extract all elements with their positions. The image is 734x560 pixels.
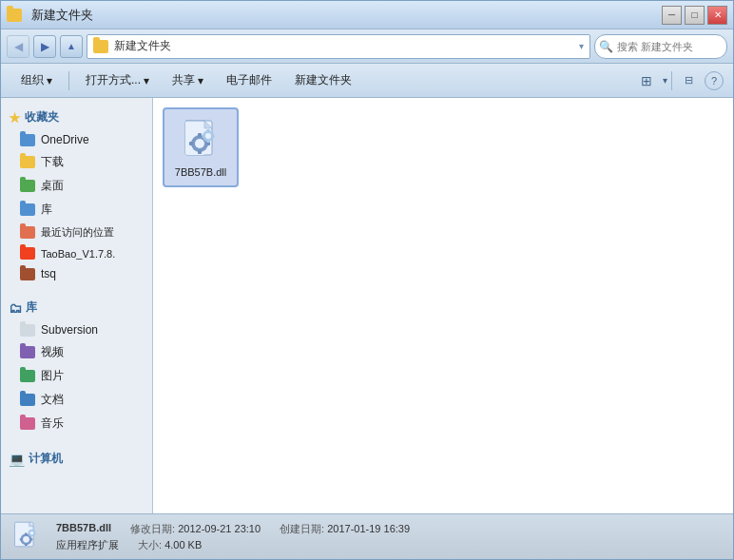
open-arrow: ▾ (144, 74, 149, 87)
svg-rect-12 (207, 129, 210, 132)
doc-icon (20, 394, 35, 406)
recent-icon (20, 226, 35, 239)
minimize-button[interactable]: ─ (662, 6, 682, 25)
help-button[interactable]: ? (705, 71, 724, 90)
taobao-label: TaoBao_V1.7.8. (41, 248, 115, 260)
sidebar-item-recent[interactable]: 最近访问的位置 (1, 222, 152, 243)
svg-rect-15 (212, 135, 215, 138)
dll-file-icon (178, 117, 223, 163)
picture-label: 图片 (41, 368, 64, 384)
library-section-icon: 🗂 (9, 300, 22, 316)
favorites-section: ★ 收藏夹 OneDrive 下载 桌面 库 (1, 106, 152, 284)
sidebar-gap (1, 288, 152, 296)
svg-rect-7 (198, 150, 202, 154)
library-header[interactable]: 🗂 库 (1, 296, 152, 319)
sidebar-item-download[interactable]: 下载 (1, 150, 152, 174)
search-input[interactable] (617, 41, 723, 52)
view-toggle-button[interactable]: ⊞ (634, 68, 659, 93)
sidebar: ★ 收藏夹 OneDrive 下载 桌面 库 (1, 98, 153, 513)
sidebar-gap2 (1, 439, 152, 447)
status-size-value: 4.00 KB (164, 539, 202, 550)
preview-pane-button[interactable]: ⊟ (676, 68, 701, 93)
sidebar-item-doc[interactable]: 文档 (1, 388, 152, 412)
favorites-header[interactable]: ★ 收藏夹 (1, 106, 152, 129)
svg-point-19 (23, 535, 29, 542)
dll-gear-svg (178, 117, 223, 163)
address-path[interactable]: 新建文件夹 ▾ (87, 34, 590, 59)
status-created-label: 创建日期: (280, 523, 324, 534)
sidebar-item-taobao[interactable]: TaoBao_V1.7.8. (1, 243, 152, 263)
close-button[interactable]: ✕ (707, 6, 727, 25)
sidebar-item-tsq[interactable]: tsq (1, 263, 152, 284)
music-icon (20, 417, 35, 430)
onedrive-icon (20, 134, 35, 146)
sidebar-item-onedrive[interactable]: OneDrive (1, 129, 152, 150)
open-label: 打开方式... (86, 72, 141, 88)
video-label: 视频 (41, 344, 64, 360)
computer-icon: 💻 (9, 452, 25, 467)
search-icon: 🔍 (599, 40, 613, 53)
email-label: 电子邮件 (226, 72, 272, 88)
share-label: 共享 (172, 72, 195, 88)
status-info: 7BB57B.dll 修改日期: 2012-09-21 23:10 创建日期: … (56, 522, 410, 552)
sidebar-item-desktop[interactable]: 桌面 (1, 174, 152, 198)
back-button[interactable]: ◀ (7, 35, 29, 58)
share-button[interactable]: 共享 ▾ (162, 68, 214, 94)
svg-point-25 (30, 531, 34, 534)
tsq-label: tsq (41, 267, 56, 280)
organize-button[interactable]: 组织 ▾ (10, 68, 63, 94)
addressbar: ◀ ▶ ▲ 新建文件夹 ▾ 🔍 (1, 29, 733, 64)
titlebar-folder-icon (7, 9, 22, 22)
status-row-1: 7BB57B.dll 修改日期: 2012-09-21 23:10 创建日期: … (56, 522, 410, 536)
newfolder-label: 新建文件夹 (295, 72, 352, 88)
computer-section: 💻 计算机 (1, 447, 152, 471)
status-modified-value: 2012-09-21 23:10 (178, 523, 261, 534)
search-box[interactable]: 🔍 (594, 34, 727, 59)
status-file-icon (10, 520, 45, 554)
content-area[interactable]: 7BB57B.dll (153, 98, 733, 513)
status-row-2: 应用程序扩展 大小: 4.00 KB (56, 538, 410, 552)
toolbar: 组织 ▾ 打开方式... ▾ 共享 ▾ 电子邮件 新建文件夹 ⊞ ▾ ⊟ ? (1, 64, 733, 98)
subversion-icon (20, 324, 35, 337)
toolbar-right: ⊞ ▾ ⊟ ? (634, 68, 724, 93)
desktop-icon (20, 180, 35, 192)
desktop-label: 桌面 (41, 178, 64, 194)
sidebar-item-music[interactable]: 音乐 (1, 412, 152, 435)
svg-point-5 (195, 139, 204, 148)
status-filename: 7BB57B.dll (56, 522, 111, 536)
open-button[interactable]: 打开方式... ▾ (75, 68, 160, 94)
newfolder-button[interactable]: 新建文件夹 (284, 68, 362, 94)
file-item-dll[interactable]: 7BB57B.dll (163, 107, 239, 187)
svg-rect-23 (30, 538, 32, 540)
svg-rect-22 (20, 538, 22, 540)
download-label: 下载 (41, 154, 64, 170)
toolbar-sep-2 (671, 71, 672, 90)
maximize-button[interactable]: □ (685, 6, 705, 25)
svg-rect-8 (189, 142, 193, 145)
email-button[interactable]: 电子邮件 (216, 68, 282, 94)
forward-button[interactable]: ▶ (33, 35, 56, 58)
path-text: 新建文件夹 (114, 38, 171, 54)
file-label: 7BB57B.dll (175, 166, 226, 178)
sidebar-item-video[interactable]: 视频 (1, 340, 152, 364)
sidebar-item-library[interactable]: 库 (1, 198, 152, 222)
status-created-value: 2017-01-19 16:39 (327, 523, 410, 534)
computer-header[interactable]: 💻 计算机 (1, 447, 152, 471)
favorites-star-icon: ★ (9, 110, 21, 126)
computer-label: 计算机 (29, 451, 63, 467)
status-modified: 修改日期: 2012-09-21 23:10 (130, 522, 261, 536)
svg-rect-20 (25, 532, 28, 534)
up-button[interactable]: ▲ (60, 35, 83, 58)
view-dropdown-icon: ▾ (663, 75, 667, 86)
sidebar-item-subversion[interactable]: Subversion (1, 319, 152, 340)
taobao-icon (20, 247, 35, 260)
music-label: 音乐 (41, 415, 64, 432)
titlebar: 新建文件夹 ─ □ ✕ (1, 1, 733, 29)
window-title: 新建文件夹 (31, 7, 93, 24)
sidebar-item-picture[interactable]: 图片 (1, 364, 152, 388)
subversion-label: Subversion (41, 323, 98, 337)
path-folder-icon (93, 40, 108, 53)
library-icon (20, 203, 35, 216)
svg-rect-21 (25, 543, 28, 545)
svg-point-11 (205, 133, 211, 139)
